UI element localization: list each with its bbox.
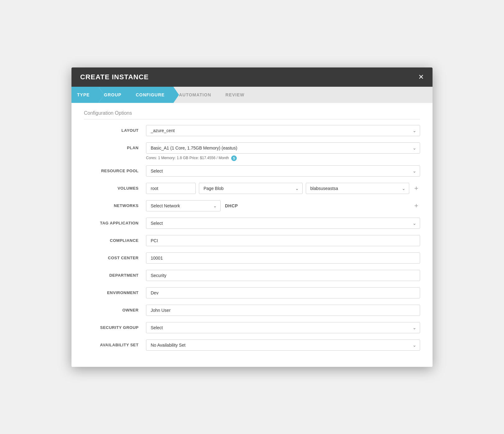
section-title: Configuration Options (84, 110, 420, 119)
environment-label: ENVIRONMENT (84, 290, 146, 295)
plan-info: Cores: 1 Memory: 1.8 GB Price: $17.4556 … (146, 155, 420, 161)
networks-row: NETWORKS Select Network ⌄ DHCP + (84, 200, 420, 211)
owner-input[interactable] (146, 305, 420, 316)
department-row: DEPARTMENT (84, 270, 420, 281)
department-input[interactable] (146, 270, 420, 281)
department-label: DEPARTMENT (84, 273, 146, 278)
tag-application-select[interactable]: Select (146, 218, 420, 229)
close-button[interactable]: ✕ (418, 74, 424, 81)
wizard-step-review-label: REVIEW (226, 92, 245, 97)
volumes-type-select[interactable]: Page Blob (199, 183, 303, 194)
plan-section: PLAN Basic_A1 (1 Core, 1.75GB Memory) (e… (84, 142, 420, 161)
wizard-step-type[interactable]: TYPE (71, 87, 99, 103)
volumes-label: VOLUMES (84, 186, 146, 191)
wizard-step-automation[interactable]: AUTOMATION (173, 87, 220, 103)
wizard-step-automation-label: AUTOMATION (179, 92, 211, 97)
compliance-row: COMPLIANCE (84, 235, 420, 246)
modal-body: Configuration Options LAYOUT _azure_cent… (71, 103, 433, 367)
wizard-step-configure-label: CONFIGURE (136, 92, 165, 97)
network-select-wrapper: Select Network ⌄ (146, 200, 221, 211)
layout-label: LAYOUT (84, 128, 146, 133)
plan-select[interactable]: Basic_A1 (1 Core, 1.75GB Memory) (eastus… (146, 142, 420, 154)
availability-set-row: AVAILABILITY SET No Availability Set ⌄ (84, 339, 420, 351)
cost-center-label: COST CENTER (84, 256, 146, 260)
wizard-navigation: TYPE GROUP CONFIGURE AUTOMATION REVIEW (71, 87, 433, 103)
environment-row: ENVIRONMENT (84, 287, 420, 298)
plan-row: PLAN Basic_A1 (1 Core, 1.75GB Memory) (e… (84, 142, 420, 154)
environment-input[interactable] (146, 287, 420, 298)
plan-info-badge: S (231, 155, 237, 161)
security-group-select[interactable]: Select (146, 322, 420, 333)
modal-title: CREATE INSTANCE (80, 73, 149, 81)
compliance-label: COMPLIANCE (84, 238, 146, 243)
availability-set-label: AVAILABILITY SET (84, 343, 146, 347)
cost-center-input[interactable] (146, 252, 420, 264)
wizard-step-type-label: TYPE (77, 92, 90, 97)
volumes-name-input[interactable] (146, 183, 196, 194)
security-group-label: SECURITY GROUP (84, 325, 146, 330)
owner-label: OWNER (84, 308, 146, 312)
resource-pool-select-wrapper: Select ⌄ (146, 165, 420, 177)
cost-center-row: COST CENTER (84, 252, 420, 264)
layout-select-wrapper: _azure_cent ⌄ (146, 125, 420, 136)
wizard-step-configure[interactable]: CONFIGURE (130, 87, 173, 103)
dhcp-label: DHCP (225, 203, 238, 208)
networks-label: NETWORKS (84, 203, 146, 208)
security-group-select-wrapper: Select ⌄ (146, 322, 420, 333)
availability-set-select[interactable]: No Availability Set (146, 339, 420, 351)
availability-set-select-wrapper: No Availability Set ⌄ (146, 339, 420, 351)
security-group-row: SECURITY GROUP Select ⌄ (84, 322, 420, 333)
modal-header: CREATE INSTANCE ✕ (71, 67, 433, 87)
compliance-input[interactable] (146, 235, 420, 246)
plan-select-wrapper: Basic_A1 (1 Core, 1.75GB Memory) (eastus… (146, 142, 420, 154)
volumes-storage-select-wrapper: blabsuseastsa ⌄ (306, 183, 410, 194)
plan-label: PLAN (84, 145, 146, 150)
layout-select[interactable]: _azure_cent (146, 125, 420, 136)
tag-application-select-wrapper: Select ⌄ (146, 218, 420, 229)
volumes-controls: Page Blob ⌄ blabsuseastsa ⌄ + (146, 183, 420, 194)
volumes-storage-select[interactable]: blabsuseastsa (306, 183, 410, 194)
network-select[interactable]: Select Network (146, 200, 221, 211)
resource-pool-select[interactable]: Select (146, 165, 420, 177)
wizard-step-group-label: GROUP (104, 92, 121, 97)
plan-info-text: Cores: 1 Memory: 1.8 GB Price: $17.4556 … (146, 156, 229, 160)
owner-row: OWNER (84, 305, 420, 316)
volumes-row: VOLUMES Page Blob ⌄ blabsuseastsa ⌄ + (84, 183, 420, 194)
resource-pool-label: RESOURCE POOL (84, 169, 146, 173)
networks-controls: Select Network ⌄ DHCP + (146, 200, 420, 211)
networks-add-button[interactable]: + (412, 202, 420, 209)
layout-row: LAYOUT _azure_cent ⌄ (84, 125, 420, 136)
volumes-add-button[interactable]: + (412, 185, 420, 192)
tag-application-label: TAG APPLICATION (84, 221, 146, 225)
resource-pool-row: RESOURCE POOL Select ⌄ (84, 165, 420, 177)
create-instance-modal: CREATE INSTANCE ✕ TYPE GROUP CONFIGURE A… (71, 67, 433, 367)
tag-application-row: TAG APPLICATION Select ⌄ (84, 218, 420, 229)
volumes-type-select-wrapper: Page Blob ⌄ (199, 183, 303, 194)
